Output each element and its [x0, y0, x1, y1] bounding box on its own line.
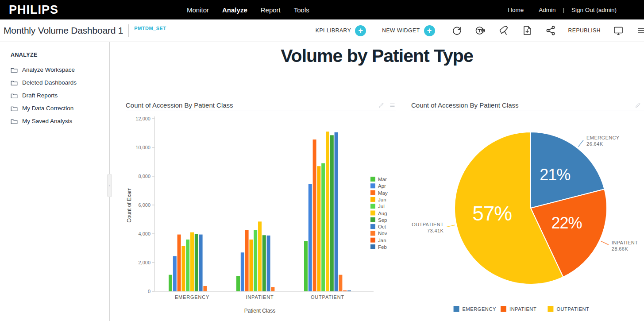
- edit-icon[interactable]: [378, 102, 385, 108]
- pie-legend-item-outpatient[interactable]: OUTPATIENT: [548, 306, 589, 312]
- display-icon[interactable]: [613, 25, 624, 36]
- label-icon[interactable]: [498, 25, 509, 36]
- share-icon[interactable]: [545, 25, 556, 36]
- menu-icon[interactable]: [636, 25, 644, 36]
- legend-swatch: [454, 306, 459, 312]
- pie-legend-item-emergency[interactable]: EMERGENCY: [454, 306, 496, 312]
- legend-label: Oct: [378, 224, 386, 229]
- bar-apr-emergency[interactable]: [173, 256, 177, 291]
- legend-item-mar[interactable]: Mar: [370, 177, 387, 182]
- folder-icon: [11, 80, 18, 86]
- legend-item-jul[interactable]: Jul: [370, 204, 385, 209]
- bar-jan-outpatient[interactable]: [343, 290, 347, 291]
- bar-aug-inpatient[interactable]: [258, 221, 262, 291]
- bar-feb-outpatient[interactable]: [347, 290, 351, 291]
- bar-oct-emergency[interactable]: [199, 235, 203, 291]
- republish-button[interactable]: REPUBLISH: [568, 27, 601, 34]
- bar-may-emergency[interactable]: [177, 235, 181, 291]
- folder-icon: [11, 93, 18, 99]
- edit-icon[interactable]: [635, 102, 641, 108]
- y-tick-label: 0: [148, 289, 150, 294]
- bar-aug-emergency[interactable]: [190, 232, 194, 291]
- legend-item-oct[interactable]: Oct: [370, 224, 386, 229]
- bar-may-outpatient[interactable]: [313, 139, 316, 291]
- kpi-library-plus-icon[interactable]: +: [355, 25, 366, 36]
- kpi-library-button[interactable]: KPI LIBRARY +: [316, 25, 366, 36]
- nav-tab-tools[interactable]: Tools: [294, 6, 309, 14]
- legend-item-aug[interactable]: Aug: [370, 211, 387, 216]
- x-tick-label: INPATIENT: [246, 294, 274, 300]
- sidebar-item-label: My Data Correction: [22, 105, 73, 112]
- legend-swatch: [370, 217, 375, 222]
- bar-jun-inpatient[interactable]: [249, 240, 253, 291]
- nav-tab-analyze[interactable]: Analyze: [222, 6, 247, 14]
- legend-label: OUTPATIENT: [556, 306, 589, 312]
- home-link[interactable]: Home: [508, 7, 524, 13]
- bar-apr-inpatient[interactable]: [241, 252, 244, 291]
- bar-oct-outpatient[interactable]: [335, 132, 338, 291]
- legend-item-jun[interactable]: Jun: [370, 197, 386, 202]
- bar-may-inpatient[interactable]: [245, 230, 249, 291]
- main-content: Volume by Patient Type Count of Accessio…: [110, 42, 644, 321]
- bar-jul-inpatient[interactable]: [254, 230, 257, 291]
- x-tick-label: EMERGENCY: [175, 294, 209, 300]
- main-nav: MonitorAnalyzeReportTools: [187, 6, 309, 14]
- legend-item-sep[interactable]: Sep: [370, 217, 387, 223]
- pie-legend-item-inpatient[interactable]: INPATIENT: [501, 306, 536, 312]
- dataset-label[interactable]: PMTDM_SET: [134, 26, 166, 31]
- add-text-icon[interactable]: [474, 25, 486, 36]
- bar-oct-inpatient[interactable]: [267, 236, 270, 291]
- sidebar: ANALYZE Analyze WorkspaceDeleted Dashboa…: [0, 42, 110, 321]
- legend-swatch: [548, 306, 553, 312]
- x-tick-label: OUTPATIENT: [311, 294, 344, 300]
- bar-nov-inpatient[interactable]: [271, 287, 274, 291]
- legend-swatch: [370, 224, 375, 229]
- sidebar-collapse-handle[interactable]: ‹: [107, 174, 112, 197]
- bar-mar-outpatient[interactable]: [304, 241, 308, 291]
- bar-nov-outpatient[interactable]: [339, 275, 342, 291]
- legend-label: May: [378, 190, 388, 196]
- pie-chart-svg: 21%EMERGENCY26.64K22%INPATIENT28.66K57%O…: [411, 111, 644, 321]
- pie-callout-label: INPATIENT: [612, 240, 638, 245]
- bar-nov-emergency[interactable]: [203, 286, 207, 291]
- app-body: ANALYZE Analyze WorkspaceDeleted Dashboa…: [0, 42, 644, 321]
- legend-item-may[interactable]: May: [370, 190, 388, 196]
- legend-item-feb[interactable]: Feb: [370, 244, 387, 250]
- pie-percent-label: 22%: [551, 214, 582, 232]
- admin-link[interactable]: Admin: [539, 7, 555, 13]
- bar-jun-emergency[interactable]: [181, 246, 185, 291]
- pie-callout-label: EMERGENCY: [586, 135, 620, 140]
- pie-callout-line: [601, 241, 609, 245]
- bar-aug-outpatient[interactable]: [326, 131, 329, 291]
- legend-item-jan[interactable]: Jan: [370, 238, 386, 243]
- legend-swatch: [370, 183, 375, 188]
- bar-mar-inpatient[interactable]: [236, 276, 240, 291]
- sidebar-item-my-data-correction[interactable]: My Data Correction: [0, 102, 109, 115]
- pie-percent-label: 57%: [472, 202, 512, 225]
- title-divider: [128, 24, 129, 37]
- bar-jun-outpatient[interactable]: [317, 166, 320, 291]
- legend-item-nov[interactable]: Nov: [370, 231, 387, 236]
- refresh-icon[interactable]: [451, 25, 463, 36]
- sidebar-item-my-saved-analysis[interactable]: My Saved Analysis: [0, 115, 109, 128]
- bar-apr-outpatient[interactable]: [309, 184, 312, 291]
- widget-menu-icon[interactable]: [389, 102, 396, 108]
- bar-jul-outpatient[interactable]: [321, 163, 325, 291]
- bar-sep-outpatient[interactable]: [330, 135, 334, 291]
- export-document-icon[interactable]: [521, 25, 533, 36]
- signout-link[interactable]: Sign Out (admin): [571, 7, 617, 13]
- bar-sep-emergency[interactable]: [195, 234, 198, 291]
- bar-sep-inpatient[interactable]: [262, 235, 266, 291]
- sidebar-item-deleted-dashboards[interactable]: Deleted Dashboards: [0, 76, 109, 89]
- sidebar-item-draft-reports[interactable]: Draft Reports: [0, 89, 109, 102]
- nav-tab-monitor[interactable]: Monitor: [187, 6, 209, 14]
- bar-jul-emergency[interactable]: [186, 240, 189, 291]
- new-widget-plus-icon[interactable]: +: [424, 25, 435, 36]
- sidebar-item-analyze-workspace[interactable]: Analyze Workspace: [0, 63, 109, 76]
- bar-mar-emergency[interactable]: [169, 275, 172, 291]
- new-widget-button[interactable]: NEW WIDGET +: [382, 25, 435, 36]
- y-axis-label: Count of Exam: [126, 187, 132, 222]
- legend-item-apr[interactable]: Apr: [370, 183, 386, 189]
- nav-tab-report[interactable]: Report: [261, 6, 281, 14]
- legend-swatch: [370, 211, 375, 216]
